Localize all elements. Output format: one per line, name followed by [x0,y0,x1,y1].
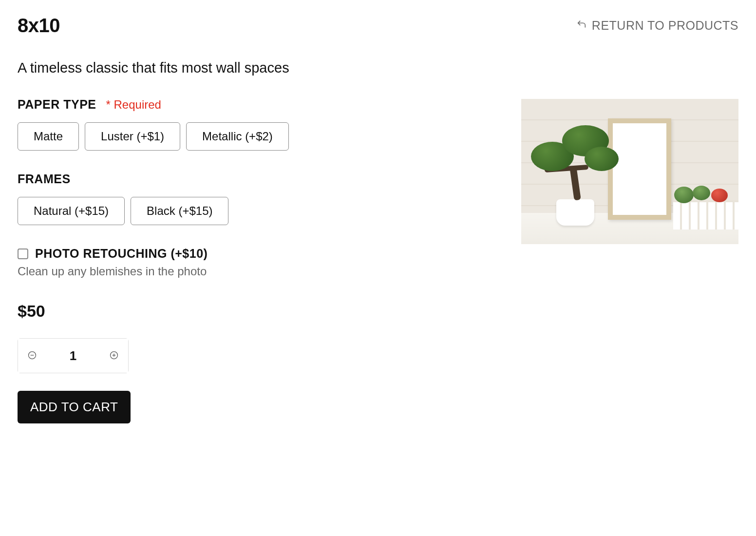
return-to-products-link[interactable]: RETURN TO PRODUCTS [576,19,738,33]
paper-option-metallic[interactable]: Metallic (+$2) [186,122,289,151]
frame-option-black[interactable]: Black (+$15) [131,197,228,225]
retouching-description: Clean up any blemishes in the photo [18,265,502,278]
paper-option-luster[interactable]: Luster (+$1) [85,122,180,151]
required-indicator: * Required [106,98,161,112]
plus-circle-icon [109,350,119,362]
retouching-checkbox[interactable] [18,249,28,259]
product-image [521,99,738,244]
product-title: 8x10 [18,15,60,37]
product-description: A timeless classic that fits most wall s… [18,60,502,76]
frame-options: Natural (+$15) Black (+$15) [18,197,502,225]
quantity-increase-button[interactable] [100,339,128,373]
paper-type-options: Matte Luster (+$1) Metallic (+$2) [18,122,502,151]
undo-icon [576,19,587,33]
retouching-label: PHOTO RETOUCHING (+$10) [35,247,208,261]
quantity-decrease-button[interactable] [18,339,46,373]
quantity-stepper: 1 [18,338,129,373]
paper-option-matte[interactable]: Matte [18,122,79,151]
return-label: RETURN TO PRODUCTS [592,19,738,33]
frames-heading: FRAMES [18,172,71,186]
add-to-cart-button[interactable]: ADD TO CART [18,391,131,423]
minus-circle-icon [27,350,37,362]
paper-type-heading: PAPER TYPE [18,97,96,112]
frame-option-natural[interactable]: Natural (+$15) [18,197,125,225]
quantity-value: 1 [46,348,100,364]
price: $50 [18,302,502,321]
